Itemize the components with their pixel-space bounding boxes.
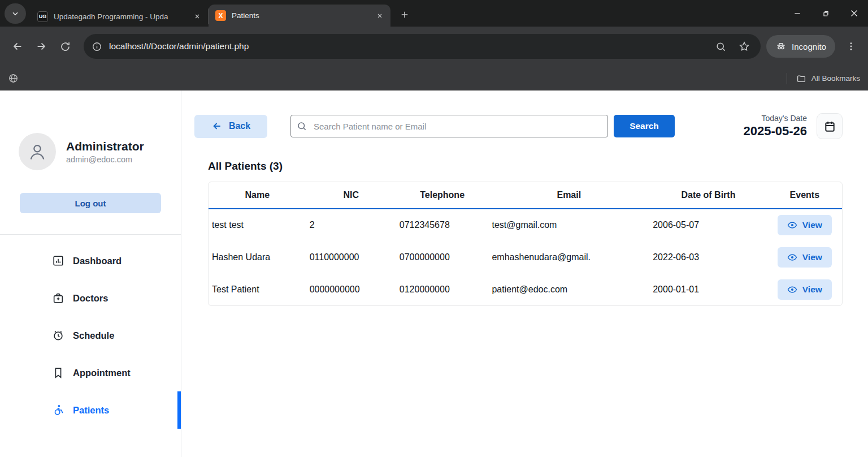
tab-close-button[interactable] <box>375 11 385 21</box>
search-button[interactable]: Search <box>614 115 675 137</box>
tab-strip: UG Updategadh Programming - Upda X Patie… <box>0 0 868 27</box>
search-input[interactable] <box>290 115 608 137</box>
topbar: Back Search Today's Date 2025-05-26 <box>194 113 843 139</box>
divider <box>0 234 181 235</box>
view-button[interactable]: View <box>778 279 832 300</box>
minimize-button[interactable] <box>783 0 811 27</box>
table-header-row: NameNICTelephoneEmailDate of BirthEvents <box>209 182 842 209</box>
person-icon <box>27 141 47 162</box>
tab-close-button[interactable] <box>192 11 202 21</box>
table-body: test test20712345678test@gmail.com2006-0… <box>209 209 842 305</box>
view-button[interactable]: View <box>778 247 832 268</box>
xampp-favicon-icon: X <box>215 10 226 21</box>
page-content: Administrator admin@edoc.com Log out Das… <box>0 90 868 457</box>
tab-updategadh[interactable]: UG Updategadh Programming - Upda <box>31 8 209 24</box>
all-bookmarks-label: All Bookmarks <box>811 74 860 83</box>
search-icon <box>715 41 726 52</box>
table-row: Hashen Udara01100000000700000000emhashen… <box>209 241 842 273</box>
cell-nic: 2 <box>306 209 396 241</box>
folder-icon <box>796 74 806 84</box>
close-window-button[interactable] <box>840 0 868 27</box>
restore-button[interactable] <box>811 0 840 27</box>
arrow-right-icon <box>35 40 47 53</box>
sidebar-item-dashboard[interactable]: Dashboard <box>0 242 181 279</box>
browser-window: UG Updategadh Programming - Upda X Patie… <box>0 0 868 457</box>
all-bookmarks-button[interactable]: All Bookmarks <box>796 74 860 84</box>
sidebar-item-schedule[interactable]: Schedule <box>0 317 181 354</box>
column-header: Telephone <box>396 182 489 209</box>
date-block: Today's Date 2025-05-26 <box>743 114 807 139</box>
incognito-label: Incognito <box>792 42 826 51</box>
bookmarks-right: All Bookmarks <box>787 73 860 84</box>
arrow-left-icon <box>211 120 223 132</box>
view-label: View <box>802 220 822 230</box>
cell-email: emhashenudara@gmail. <box>488 241 649 273</box>
view-label: View <box>802 252 822 262</box>
medical-bag-icon <box>52 292 64 304</box>
plus-icon <box>400 10 410 20</box>
zoom-button[interactable] <box>712 38 729 55</box>
sidebar-item-label: Appointment <box>73 368 131 378</box>
column-header: Email <box>488 182 649 209</box>
main-content: Back Search Today's Date 2025-05-26 <box>181 90 868 457</box>
cell-name: Test Patient <box>209 273 306 305</box>
cell-nic: 0000000000 <box>306 273 396 305</box>
avatar <box>19 133 56 170</box>
date-label: Today's Date <box>743 114 807 124</box>
user-name: Administrator <box>66 140 144 153</box>
sidebar-item-doctors[interactable]: Doctors <box>0 279 181 317</box>
calendar-button[interactable] <box>817 113 843 139</box>
back-button[interactable]: Back <box>194 115 267 138</box>
tab-title: Patients <box>232 11 369 20</box>
view-button[interactable]: View <box>778 215 832 235</box>
forward-nav-button[interactable] <box>29 35 53 58</box>
address-bar[interactable]: localhost/t/Doctor/admin/patient.php <box>84 34 761 59</box>
cell-events: View <box>767 209 842 241</box>
cell-name: test test <box>209 209 306 241</box>
tab-search-button[interactable] <box>5 3 26 24</box>
cell-events: View <box>767 273 842 305</box>
wheelchair-icon <box>52 404 64 416</box>
globe-icon <box>8 73 19 84</box>
ug-favicon-icon: UG <box>37 11 48 22</box>
arrow-left-icon <box>11 40 24 53</box>
window-controls <box>783 0 868 27</box>
bookmark-icon <box>52 367 64 379</box>
search-box <box>290 115 608 137</box>
incognito-badge: Incognito <box>766 35 835 58</box>
dashboard-icon <box>52 255 64 267</box>
bookmark-globe-button[interactable] <box>8 73 19 84</box>
cell-email: patient@edoc.com <box>488 273 649 305</box>
table-row: test test20712345678test@gmail.com2006-0… <box>209 209 842 241</box>
profile-text: Administrator admin@edoc.com <box>66 140 144 164</box>
cell-events: View <box>767 241 842 273</box>
cell-email: test@gmail.com <box>488 209 649 241</box>
back-nav-button[interactable] <box>6 35 29 58</box>
active-indicator <box>177 391 181 429</box>
url-text[interactable]: localhost/t/Doctor/admin/patient.php <box>109 41 705 51</box>
tab-title: Updategadh Programming - Upda <box>54 12 186 21</box>
browser-menu-button[interactable] <box>840 35 862 58</box>
info-icon[interactable] <box>92 41 102 52</box>
star-icon <box>739 41 750 52</box>
cell-telephone: 0700000000 <box>396 241 489 273</box>
column-header: Name <box>209 182 306 209</box>
sidebar: Administrator admin@edoc.com Log out Das… <box>0 90 181 457</box>
sidebar-nav: Dashboard Doctors Schedule <box>0 242 181 429</box>
cell-nic: 0110000000 <box>306 241 396 273</box>
sidebar-item-patients[interactable]: Patients <box>0 391 181 429</box>
sidebar-item-label: Doctors <box>73 293 108 304</box>
column-header: Date of Birth <box>649 182 767 209</box>
patients-table: NameNICTelephoneEmailDate of BirthEvents… <box>209 182 842 305</box>
eye-icon <box>787 220 797 230</box>
tab-patients[interactable]: X Patients <box>209 5 390 27</box>
new-tab-button[interactable] <box>396 6 413 23</box>
close-icon <box>849 8 859 18</box>
user-email: admin@edoc.com <box>66 155 144 164</box>
reload-button[interactable] <box>53 35 77 58</box>
sidebar-item-label: Schedule <box>73 330 114 341</box>
sidebar-item-appointment[interactable]: Appointment <box>0 354 181 391</box>
logout-button[interactable]: Log out <box>20 193 161 213</box>
bookmark-star-button[interactable] <box>736 38 753 55</box>
date-value: 2025-05-26 <box>743 123 807 139</box>
